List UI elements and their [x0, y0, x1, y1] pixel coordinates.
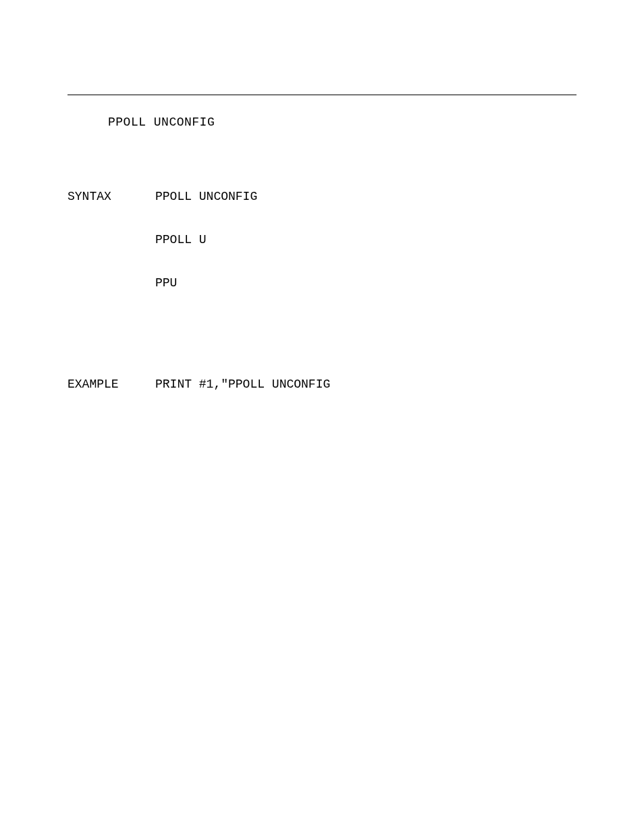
- syntax-line: PPOLL U: [155, 233, 576, 246]
- document-page: PPOLL UNCONFIG SYNTAX PPOLL UNCONFIG PPO…: [0, 0, 644, 391]
- syntax-label: SYNTAX: [68, 190, 155, 290]
- example-text: PRINT #1,"PPOLL UNCONFIG: [155, 377, 330, 391]
- example-label: EXAMPLE: [68, 377, 155, 391]
- command-title: PPOLL UNCONFIG: [108, 115, 576, 129]
- syntax-line: PPU: [155, 276, 576, 290]
- title-text: PPOLL UNCONFIG: [108, 115, 215, 129]
- syntax-content: PPOLL UNCONFIG PPOLL U PPU: [155, 190, 576, 290]
- syntax-row: SYNTAX PPOLL UNCONFIG PPOLL U PPU: [68, 190, 576, 290]
- top-rule: [68, 95, 576, 95]
- example-content: PRINT #1,"PPOLL UNCONFIG: [155, 377, 576, 391]
- syntax-line: PPOLL UNCONFIG: [155, 190, 576, 203]
- example-row: EXAMPLE PRINT #1,"PPOLL UNCONFIG: [68, 377, 576, 391]
